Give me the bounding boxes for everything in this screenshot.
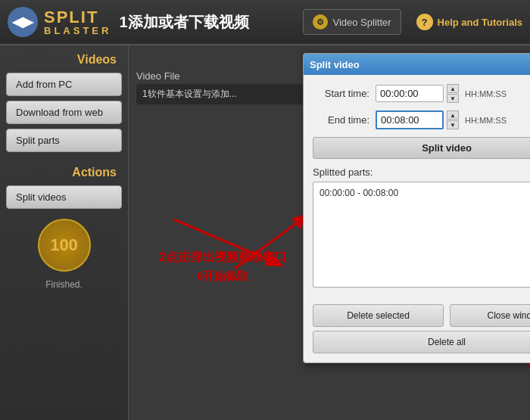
header-right: ⚙ Video Splitter ? Help and Tutorials: [303, 9, 522, 35]
close-window-button[interactable]: Close window: [450, 304, 530, 327]
split-video-dialog: Split video ✕ Start time: ▲ ▼ HH:MM:SS: [303, 53, 530, 363]
annotation-6: 6开始截取: [197, 269, 248, 284]
dialog-title: Split video: [310, 59, 360, 70]
content-area: Videos Video File 1软件基本设置与添加... 2点击弹出视频截…: [129, 45, 530, 420]
start-time-spin-down[interactable]: ▼: [447, 94, 459, 103]
finished-text: Finished.: [0, 279, 128, 294]
split-parts-button[interactable]: Split parts: [6, 129, 122, 152]
start-time-input[interactable]: [376, 85, 444, 102]
progress-value: 100: [50, 235, 78, 255]
header: ◀▶ SPLIT BLASTER 1添加或者下载视频 ⚙ Video Split…: [0, 0, 530, 45]
end-time-input[interactable]: [376, 110, 444, 129]
svg-line-5: [235, 216, 307, 269]
logo-icon: ◀▶: [8, 7, 38, 37]
video-splitter-label: Video Splitter: [332, 17, 391, 28]
end-time-spinner: ▲ ▼: [447, 110, 459, 129]
end-time-format: HH:MM:SS: [465, 116, 507, 125]
logo-area: ◀▶ SPLIT BLASTER: [8, 7, 111, 37]
start-time-input-group: ▲ ▼: [376, 84, 459, 103]
end-time-spin-down[interactable]: ▼: [447, 120, 459, 129]
main-area: Videos Add from PC Download from web Spl…: [0, 45, 530, 420]
sidebar-videos-title: Videos: [0, 45, 128, 70]
start-time-format: HH:MM:SS: [465, 89, 507, 98]
end-time-input-group: ▲ ▼: [376, 110, 459, 129]
split-video-button[interactable]: Split video: [313, 137, 530, 159]
video-splitter-button[interactable]: ⚙ Video Splitter: [303, 9, 401, 35]
end-time-label: End time:: [313, 114, 369, 126]
dialog-titlebar: Split video ✕: [304, 54, 530, 75]
delete-all-button[interactable]: Delete all: [313, 331, 530, 353]
delete-selected-button[interactable]: Delete selected: [313, 304, 444, 327]
help-button[interactable]: ? Help and Tutorials: [416, 14, 522, 30]
sidebar-actions-title: Actions: [0, 154, 128, 183]
splitted-label: Splitted parts:: [313, 166, 530, 178]
start-time-spinner: ▲ ▼: [447, 84, 459, 103]
dialog-body: Start time: ▲ ▼ HH:MM:SS End time:: [304, 75, 530, 304]
start-time-label: Start time:: [313, 88, 369, 99]
download-from-web-button[interactable]: Download from web: [6, 101, 122, 124]
add-from-pc-button[interactable]: Add from PC: [6, 73, 122, 96]
annotation-2: 2点击弹出视频截取窗口: [159, 250, 287, 266]
end-time-row: End time: ▲ ▼ HH:MM:SS: [313, 110, 530, 129]
svg-line-1: [174, 219, 280, 265]
logo-text: SPLIT BLASTER: [44, 9, 111, 36]
sidebar: Videos Add from PC Download from web Spl…: [0, 45, 129, 420]
split-videos-button[interactable]: Split videos: [6, 185, 122, 209]
help-label: Help and Tutorials: [438, 17, 522, 28]
video-splitter-icon: ⚙: [313, 14, 328, 30]
end-time-spin-up[interactable]: ▲: [447, 110, 459, 120]
help-icon: ?: [416, 14, 433, 30]
splitted-item[interactable]: 00:00:00 - 00:08:00: [317, 186, 530, 200]
dialog-footer: Delete selected Close window Delete all: [304, 304, 530, 362]
start-time-spin-up[interactable]: ▲: [447, 84, 459, 93]
splitted-list: 00:00:00 - 00:08:00: [313, 182, 530, 288]
logo-blaster-text: BLASTER: [44, 26, 111, 36]
logo-split-text: SPLIT: [44, 9, 111, 26]
header-title-cn: 1添加或者下载视频: [119, 12, 303, 33]
start-time-row: Start time: ▲ ▼ HH:MM:SS: [313, 84, 530, 103]
footer-row1: Delete selected Close window: [313, 304, 530, 327]
progress-circle: 100: [38, 219, 91, 272]
